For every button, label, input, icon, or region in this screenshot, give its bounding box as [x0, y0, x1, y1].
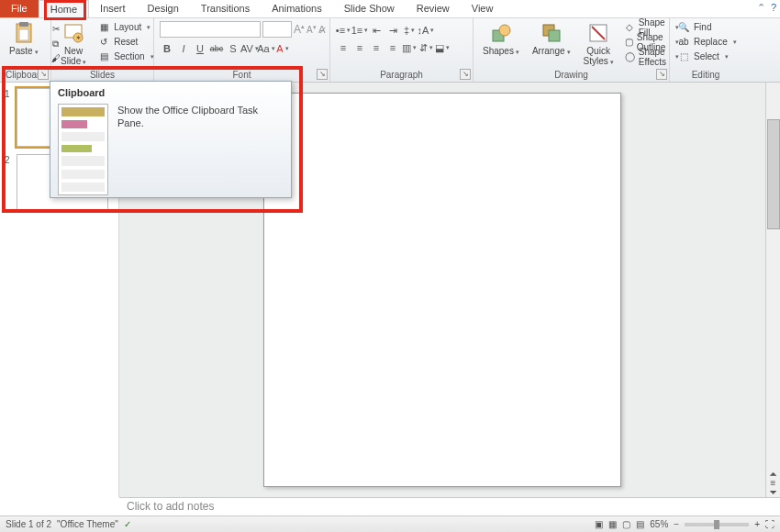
shapes-button[interactable]: Shapes: [479, 20, 523, 58]
tooltip-title: Clipboard: [58, 87, 284, 98]
view-normal-button[interactable]: ▣: [595, 519, 603, 529]
tab-view[interactable]: View: [461, 0, 505, 17]
tab-design[interactable]: Design: [137, 0, 190, 17]
italic-button[interactable]: I: [176, 41, 191, 56]
zoom-slider[interactable]: [685, 523, 749, 526]
quick-styles-icon: [587, 22, 609, 44]
reset-button[interactable]: ↺Reset: [95, 35, 155, 49]
font-dialog-launcher[interactable]: ↘: [317, 69, 328, 80]
paste-icon: [13, 22, 35, 44]
new-slide-icon: ✶: [62, 22, 84, 44]
columns-button[interactable]: ▥: [402, 40, 417, 55]
fill-icon: ◇: [625, 21, 635, 34]
group-font: A▴ A▾ A̷ B I U abc S AV Aa A Font ↘: [154, 18, 330, 82]
replace-label: Replace: [694, 37, 728, 47]
tab-home[interactable]: Home: [39, 0, 89, 17]
paste-label: Paste: [9, 46, 39, 56]
font-color-button[interactable]: A: [275, 41, 290, 56]
quick-styles-label: Quick Styles: [584, 46, 614, 66]
effects-icon: ◯: [625, 50, 635, 63]
group-slides: ✶ New Slide ▦Layout ↺Reset ▤Section Slid…: [51, 18, 154, 82]
view-reading-button[interactable]: ▢: [622, 519, 630, 529]
grow-font-button[interactable]: A▴: [294, 23, 305, 36]
justify-button[interactable]: ≡: [385, 40, 400, 55]
section-icon: ▤: [97, 50, 110, 63]
clear-format-button[interactable]: A̷: [318, 24, 326, 36]
find-icon: 🔍: [677, 21, 690, 34]
outline-icon: ▢: [625, 36, 633, 49]
smartart-button[interactable]: ⬓: [435, 40, 450, 55]
tab-transitions[interactable]: Transitions: [190, 0, 261, 17]
find-button[interactable]: 🔍Find: [675, 20, 739, 34]
tab-animations[interactable]: Animations: [261, 0, 332, 17]
zoom-level[interactable]: 65%: [650, 519, 668, 529]
thumb-number: 2: [5, 155, 10, 165]
fit-to-window-button[interactable]: ⛶: [765, 519, 774, 529]
bold-button[interactable]: B: [160, 41, 174, 56]
svg-text:✶: ✶: [75, 34, 82, 42]
font-name-combo[interactable]: [160, 21, 261, 38]
clipboard-dialog-launcher[interactable]: ↘: [38, 69, 49, 80]
svg-point-7: [499, 25, 510, 36]
notes-pane[interactable]: Click to add notes: [119, 497, 780, 515]
shapes-icon: [490, 22, 512, 44]
arrange-icon: [540, 22, 563, 44]
select-icon: ⬚: [677, 50, 690, 63]
shadow-button[interactable]: S: [226, 41, 240, 56]
strike-button[interactable]: abc: [209, 41, 224, 56]
group-drawing: Shapes Arrange Quick Styles ◇Shape Fill …: [474, 18, 670, 82]
arrange-button[interactable]: Arrange: [529, 20, 574, 58]
bullets-button[interactable]: •≡: [336, 23, 351, 38]
scrollbar-thumb[interactable]: [767, 119, 780, 229]
svg-rect-9: [549, 30, 560, 41]
layout-button[interactable]: ▦Layout: [95, 20, 155, 34]
ribbon-tabs: File Home Insert Design Transitions Anim…: [0, 0, 780, 18]
tooltip-text: Show the Office Clipboard Task Pane.: [117, 104, 284, 195]
group-clipboard: Paste ✂ ⧉ 🖌 Clipboard ↘: [0, 18, 51, 82]
section-button[interactable]: ▤Section: [95, 50, 155, 63]
zoom-out-button[interactable]: −: [674, 519, 679, 529]
replace-button[interactable]: abReplace: [675, 35, 739, 49]
decrease-indent-button[interactable]: ⇤: [369, 23, 384, 38]
increase-indent-button[interactable]: ⇥: [385, 23, 400, 38]
zoom-in-button[interactable]: +: [754, 519, 760, 529]
tab-review[interactable]: Review: [406, 0, 461, 17]
minimize-ribbon-icon[interactable]: ⌃: [757, 2, 765, 14]
line-spacing-button[interactable]: ‡: [402, 23, 417, 38]
char-spacing-button[interactable]: AV: [242, 41, 257, 56]
select-button[interactable]: ⬚Select: [675, 50, 739, 63]
spellcheck-icon[interactable]: ✓: [124, 519, 131, 529]
align-right-button[interactable]: ≡: [369, 40, 384, 55]
next-slide-button[interactable]: ⏷: [769, 488, 778, 497]
help-icon[interactable]: ?: [771, 2, 776, 14]
view-slideshow-button[interactable]: ▤: [636, 519, 644, 529]
tab-insert[interactable]: Insert: [89, 0, 137, 17]
underline-button[interactable]: U: [193, 41, 207, 56]
tab-file[interactable]: File: [0, 0, 39, 17]
reset-label: Reset: [114, 37, 138, 47]
clipboard-tooltip: Clipboard Show the Office Clipboard Task…: [50, 81, 292, 198]
text-direction-button[interactable]: ↕A: [418, 23, 433, 38]
font-size-combo[interactable]: [262, 21, 292, 38]
drawing-dialog-launcher[interactable]: ↘: [656, 69, 667, 80]
status-theme: "Office Theme": [57, 519, 118, 529]
align-center-button[interactable]: ≡: [352, 40, 367, 55]
find-label: Find: [694, 22, 711, 32]
slide-canvas[interactable]: [263, 93, 621, 487]
group-paragraph-label: Paragraph: [336, 70, 467, 82]
group-editing: 🔍Find abReplace ⬚Select Editing: [670, 18, 741, 82]
change-case-button[interactable]: Aa: [259, 41, 273, 56]
select-label: Select: [694, 51, 719, 61]
align-text-button[interactable]: ⇵: [418, 40, 433, 55]
tab-slideshow[interactable]: Slide Show: [333, 0, 406, 17]
quick-styles-button[interactable]: Quick Styles: [580, 20, 618, 68]
numbering-button[interactable]: 1≡: [352, 23, 367, 38]
new-slide-button[interactable]: ✶ New Slide: [57, 20, 90, 68]
view-sorter-button[interactable]: ▦: [608, 519, 617, 529]
align-left-button[interactable]: ≡: [336, 40, 351, 55]
shrink-font-button[interactable]: A▾: [306, 24, 317, 35]
ribbon: Paste ✂ ⧉ 🖌 Clipboard ↘ ✶ New Slide ▦Lay…: [0, 18, 780, 83]
paste-button[interactable]: Paste: [6, 20, 42, 58]
paragraph-dialog-launcher[interactable]: ↘: [460, 69, 471, 80]
vertical-scrollbar[interactable]: ⏶ ≡ ⏷: [765, 83, 780, 497]
